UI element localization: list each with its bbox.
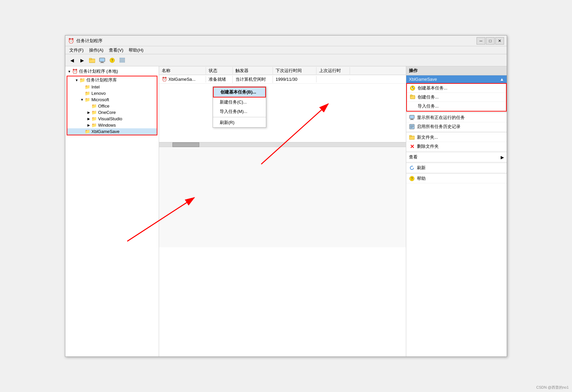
svg-rect-18 <box>410 120 414 120</box>
svg-rect-4 <box>100 63 104 63</box>
tree-item-microsoft[interactable]: ▼ 📁 Microsoft <box>67 96 157 103</box>
context-menu-separator <box>213 117 266 117</box>
tree-item-intel[interactable]: 📁 Intel <box>67 84 157 90</box>
list-button[interactable] <box>118 56 127 65</box>
action-refresh[interactable]: 刷新 <box>406 164 507 173</box>
folder-icon-windows: 📁 <box>91 123 97 128</box>
context-menu-new-task[interactable]: 新建任务(C)... <box>213 97 266 107</box>
window-title: 任务计划程序 <box>76 38 102 44</box>
section-collapse-icon[interactable]: ▲ <box>500 77 504 82</box>
actions-header: 操作 <box>406 66 507 75</box>
context-menu-import[interactable]: 导入任务(M)... <box>213 107 266 116</box>
action-show-running-label: 显示所有正在运行的任务 <box>417 115 465 121</box>
action-section-title: XblGameSave ▲ <box>406 75 507 83</box>
help-button[interactable]: ? <box>108 56 117 65</box>
tree-toggle-intel <box>79 85 85 89</box>
svg-rect-24 <box>409 135 412 137</box>
cell-name-text: XblGameSa... <box>168 77 196 82</box>
context-menu-refresh[interactable]: 刷新(R) <box>213 118 266 127</box>
action-help-label: 帮助 <box>417 176 426 182</box>
computer-button[interactable] <box>97 56 107 65</box>
col-header-next: 下次运行时间 <box>273 67 316 74</box>
tree-item-windows[interactable]: ▶ 📁 Windows <box>67 122 157 128</box>
action-sep-1 <box>406 112 507 113</box>
enable-history-icon <box>409 124 415 130</box>
delete-folder-icon: ✕ <box>409 143 415 149</box>
svg-rect-3 <box>101 62 103 63</box>
submenu-arrow-icon: ▶ <box>501 155 504 160</box>
main-window: ⏰ 任务计划程序 ─ □ ✕ 文件(F) 操作(A) 查看(V) 帮助(H) ◀… <box>65 35 507 357</box>
menu-file[interactable]: 文件(F) <box>67 47 86 54</box>
close-button[interactable]: ✕ <box>495 37 504 45</box>
left-panel: ▼ ⏰ 任务计划程序 (本地) ▼ 📁 任务计划程序库 📁 <box>65 66 159 356</box>
tree-toggle-visualstudio: ▶ <box>86 117 91 121</box>
svg-rect-2 <box>99 58 105 62</box>
forward-button[interactable]: ▶ <box>77 56 87 65</box>
maximize-button[interactable]: □ <box>486 37 495 45</box>
cell-trigger: 当计算机空闲时 <box>233 76 273 83</box>
title-bar: ⏰ 任务计划程序 ─ □ ✕ <box>65 36 507 46</box>
action-refresh-label: 刷新 <box>417 165 426 171</box>
window-controls: ─ □ ✕ <box>477 37 504 45</box>
tree-label-intel: Intel <box>91 84 100 89</box>
action-import-task[interactable]: 导入任务... <box>407 102 506 111</box>
folder-icon-lenovo: 📁 <box>85 91 90 96</box>
clock-icon: ⏰ <box>72 69 78 74</box>
action-delete-folder[interactable]: ✕ 删除文件夹 <box>406 142 507 151</box>
tree-item-xblgamesave[interactable]: 📁 XblGameSave <box>67 128 157 135</box>
tree-label-windows: Windows <box>98 123 116 128</box>
tree-item-visualstudio[interactable]: ▶ 📁 VisualStudio <box>67 116 157 122</box>
help-icon: ? <box>409 176 415 182</box>
right-panel: 操作 XblGameSave ▲ <box>406 66 507 356</box>
tree-root-label: 任务计划程序 (本地) <box>79 68 118 74</box>
col-header-name: 名称 <box>159 67 206 74</box>
toolbar: ◀ ▶ ? <box>65 54 507 66</box>
tree-toggle-microsoft: ▼ <box>79 98 85 102</box>
action-show-running[interactable]: 显示所有正在运行的任务 <box>406 113 507 122</box>
back-button[interactable]: ◀ <box>67 56 77 65</box>
import-task-icon <box>410 103 416 109</box>
context-menu-create-basic[interactable]: 创建基本任务(B)... <box>213 87 266 97</box>
svg-rect-15 <box>410 95 412 96</box>
tree-item-lenovo[interactable]: 📁 Lenovo <box>67 90 157 96</box>
menu-action[interactable]: 操作(A) <box>86 47 106 54</box>
folder-icon-onecore: 📁 <box>91 110 97 115</box>
action-sep-2 <box>406 132 507 132</box>
action-new-folder[interactable]: 新文件夹... <box>406 133 507 142</box>
action-create-basic-label: 创建基本任务... <box>418 85 447 91</box>
action-enable-history-label: 启用所有任务历史记录 <box>417 124 460 130</box>
action-help[interactable]: ? 帮助 <box>406 174 507 183</box>
folder-icon-intel: 📁 <box>85 84 90 89</box>
section-title-text: XblGameSave <box>409 77 437 82</box>
refresh-icon <box>409 165 415 171</box>
action-import-label: 导入任务... <box>418 103 439 109</box>
menu-bar: 文件(F) 操作(A) 查看(V) 帮助(H) <box>65 46 507 54</box>
tree-label-xblgamesave: XblGameSave <box>91 129 120 134</box>
tree-toggle-root: ▼ <box>67 70 72 73</box>
task-icon: ⏰ <box>162 77 167 82</box>
tree-item-onecore[interactable]: ▶ 📁 OneCore <box>67 109 157 116</box>
action-create-basic[interactable]: 创建基本任务... <box>407 84 506 93</box>
tree-label-microsoft: Microsoft <box>91 97 109 102</box>
tree-item-office[interactable]: 📁 Office <box>67 103 157 109</box>
context-menu: 创建基本任务(B)... 新建任务(C)... 导入任务(M)... 刷新(R) <box>213 86 266 128</box>
tree-root-item[interactable]: ▼ ⏰ 任务计划程序 (本地) <box>65 68 159 75</box>
table-row[interactable]: ⏰ XblGameSa... 准备就绪 当计算机空闲时 1999/11/30 <box>159 75 406 84</box>
svg-rect-9 <box>120 61 125 62</box>
menu-help[interactable]: 帮助(H) <box>126 47 146 54</box>
minimize-button[interactable]: ─ <box>477 37 485 45</box>
cell-status: 准备就绪 <box>206 76 233 83</box>
scroll-thumb[interactable] <box>172 142 199 147</box>
action-enable-history[interactable]: 启用所有任务历史记录 <box>406 122 507 131</box>
action-delete-folder-label: 删除文件夹 <box>417 143 439 149</box>
svg-text:?: ? <box>411 177 413 181</box>
action-create-task[interactable]: 创建任务... <box>407 93 506 102</box>
action-view[interactable]: 查看 ▶ <box>406 153 507 162</box>
tree-library[interactable]: ▼ 📁 任务计划程序库 <box>67 76 157 84</box>
main-area: ▼ ⏰ 任务计划程序 (本地) ▼ 📁 任务计划程序库 📁 <box>65 66 507 356</box>
folder-button[interactable] <box>87 56 97 65</box>
horizontal-scrollbar[interactable] <box>159 142 406 147</box>
tree-label-office: Office <box>98 104 110 109</box>
col-header-trigger: 触发器 <box>233 67 273 74</box>
menu-view[interactable]: 查看(V) <box>106 47 126 54</box>
